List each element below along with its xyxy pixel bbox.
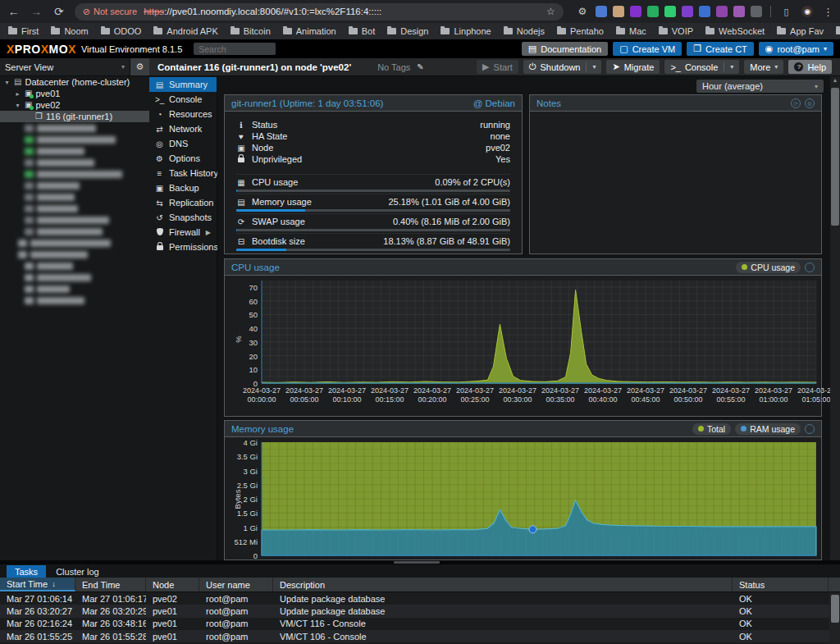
more-button[interactable]: More▾	[744, 60, 783, 74]
bookmark-item[interactable]: ODOO	[101, 26, 142, 36]
profile-avatar[interactable]: ◉	[801, 6, 813, 17]
console-button[interactable]: >_Console▾	[664, 60, 739, 74]
nav-item-dns[interactable]: ◎DNS	[149, 136, 217, 151]
column-header-status[interactable]: Status	[733, 578, 829, 591]
table-row[interactable]: Mar 27 01:06:14Mar 27 01:06:17pve02root@…	[0, 592, 840, 605]
column-header-user-name[interactable]: User name	[199, 578, 273, 591]
content-scrollbar[interactable]: ▲	[830, 76, 840, 560]
settings-gear-icon[interactable]: ⚙	[575, 6, 590, 17]
bookmark-item[interactable]: SQL	[836, 26, 840, 36]
tree-item-redacted[interactable]	[0, 295, 149, 306]
bookmark-item[interactable]: Android APK	[153, 26, 217, 36]
tree-item-redacted[interactable]	[0, 237, 149, 249]
nav-item-resources[interactable]: ◔Resources	[149, 107, 217, 121]
tree-item-redacted[interactable]	[0, 191, 149, 203]
extension-icon[interactable]	[596, 6, 607, 17]
nav-item-options[interactable]: ⚙Options	[149, 151, 217, 166]
tree-item-redacted[interactable]	[0, 168, 149, 180]
tree-caret-icon[interactable]: ▾	[3, 79, 11, 86]
nav-item-snapshots[interactable]: ↺Snapshots	[149, 210, 217, 225]
splitter-grip[interactable]	[394, 561, 440, 564]
nav-item-network[interactable]: ⇄Network	[149, 121, 217, 136]
extension-icon[interactable]	[733, 6, 745, 17]
tree-item-redacted[interactable]	[0, 249, 149, 260]
period-selector[interactable]: Hour (average)▾	[696, 80, 824, 93]
column-header-description[interactable]: Description	[273, 578, 733, 591]
table-row[interactable]: Mar 26 02:16:24Mar 26 03:48:16pve01root@…	[0, 618, 840, 630]
extension-icon[interactable]	[613, 6, 624, 17]
bookmark-item[interactable]: First	[8, 26, 39, 36]
tree-caret-icon[interactable]: ▸	[14, 90, 21, 98]
side-panel-icon[interactable]: ▯	[779, 7, 794, 17]
scrollbar-thumb[interactable]	[831, 595, 839, 623]
tree-item-116-git-runner1-[interactable]: ❒116 (git-runner1)	[0, 111, 149, 122]
bookmark-item[interactable]: Linphone	[441, 26, 491, 36]
nav-item-firewall[interactable]: Firewall▶	[149, 225, 217, 240]
tree-item-redacted[interactable]	[0, 122, 149, 134]
create-ct-button[interactable]: ❒Create CT	[687, 42, 754, 56]
bookmark-item[interactable]: Design	[387, 26, 428, 36]
bookmark-item[interactable]: VOIP	[659, 26, 693, 36]
tab-cluster-log[interactable]: Cluster log	[48, 565, 107, 578]
tree-item-redacted[interactable]	[0, 272, 149, 283]
extension-icon[interactable]	[751, 6, 762, 17]
bookmark-item[interactable]: Nodejs	[504, 26, 545, 36]
column-header-node[interactable]: Node	[146, 578, 199, 591]
extension-icon[interactable]	[699, 6, 710, 17]
tree-item-redacted[interactable]	[0, 226, 149, 237]
tree-item-redacted[interactable]	[0, 214, 149, 226]
bookmark-item[interactable]: App Fav	[777, 26, 824, 36]
nav-item-permissions[interactable]: Permissions	[149, 240, 217, 254]
collapse-icon[interactable]	[805, 424, 815, 434]
search-input[interactable]	[194, 43, 276, 55]
refresh-icon[interactable]: ⟳	[791, 98, 801, 108]
shutdown-button[interactable]: ⏻Shutdown▾	[523, 60, 602, 74]
nav-item-task-history[interactable]: ≡Task History	[149, 166, 217, 180]
migrate-button[interactable]: ➤Migrate	[606, 60, 660, 74]
start-button[interactable]: ▶Start	[477, 60, 518, 74]
extension-icon[interactable]	[664, 6, 676, 17]
bookmark-item[interactable]: Bitcoin	[231, 26, 271, 36]
table-row[interactable]: Mar 26 01:55:25Mar 26 01:55:28pve01root@…	[0, 630, 840, 642]
create-vm-button[interactable]: ▢Create VM	[613, 42, 682, 56]
tree-item-datacenter-home-cluster-[interactable]: ▾▤Datacenter (home-cluster)	[0, 76, 149, 88]
scrollbar-thumb[interactable]	[831, 88, 839, 226]
reload-icon[interactable]: ⟳	[52, 5, 66, 18]
tree-item-redacted[interactable]	[0, 203, 149, 214]
nav-item-replication[interactable]: ⇆Replication	[149, 195, 217, 210]
forward-icon[interactable]: →	[30, 5, 44, 18]
column-header-start-time[interactable]: Start Time↓	[0, 578, 75, 591]
tree-caret-icon[interactable]: ▾	[14, 102, 21, 109]
tree-item-redacted[interactable]	[0, 260, 149, 272]
collapse-icon[interactable]	[805, 263, 815, 272]
tab-tasks[interactable]: Tasks	[7, 565, 46, 578]
help-button[interactable]: ?Help	[788, 60, 832, 74]
scroll-up-icon[interactable]: ▲	[830, 76, 840, 84]
back-icon[interactable]: ←	[7, 5, 21, 18]
bookmark-item[interactable]: Mac	[616, 26, 646, 36]
legend-ram-usage[interactable]: RAM usage	[735, 423, 801, 435]
extension-icon[interactable]	[630, 6, 641, 17]
extension-icon[interactable]	[716, 6, 728, 17]
bookmark-item[interactable]: Bot	[349, 26, 376, 36]
tree-settings-button[interactable]: ⚙	[130, 58, 149, 75]
documentation-button[interactable]: ▤Documentation	[522, 42, 608, 56]
view-selector[interactable]: Server View▾	[0, 58, 130, 75]
edit-tags-icon[interactable]: ✎	[417, 62, 423, 71]
tree-item-pve01[interactable]: ▸▣pve01	[0, 88, 149, 99]
address-bar[interactable]: ⊘Not secure https://pve01.noomdiy.local:…	[75, 3, 564, 21]
tree-item-pve02[interactable]: ▾▣pve02	[0, 99, 149, 111]
browser-menu-icon[interactable]: ⋮	[823, 6, 833, 18]
legend-total[interactable]: Total	[692, 423, 731, 435]
not-secure-badge[interactable]: ⊘Not secure	[83, 7, 137, 17]
table-row[interactable]: Mar 26 03:20:27Mar 26 03:20:29pve01root@…	[0, 605, 840, 617]
bookmark-star-icon[interactable]: ☆	[546, 6, 555, 17]
user-menu-button[interactable]: ◉root@pam▾	[759, 42, 833, 56]
bookmark-item[interactable]: WebSocket	[705, 26, 765, 36]
tree-item-redacted[interactable]	[0, 134, 149, 145]
extension-icon[interactable]	[682, 6, 693, 17]
nav-item-summary[interactable]: ▤Summary	[149, 77, 217, 92]
bookmark-item[interactable]: Pentaho	[557, 26, 604, 36]
task-scrollbar[interactable]	[829, 592, 840, 644]
legend-cpu-usage[interactable]: CPU usage	[736, 262, 801, 273]
